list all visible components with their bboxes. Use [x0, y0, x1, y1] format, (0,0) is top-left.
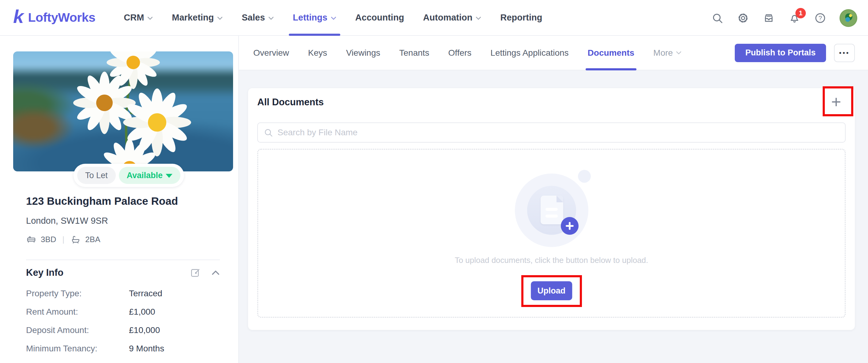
tab-offers[interactable]: Offers [439, 36, 481, 70]
notification-count-badge: 1 [796, 8, 806, 19]
collapse-chevron-up-icon[interactable] [211, 270, 220, 275]
add-plus-icon [561, 217, 579, 235]
brand-name: LoftyWorks [28, 10, 95, 25]
app-window: k LoftyWorks CRM Marketing Sales Letting… [0, 0, 868, 363]
nav-item-automation[interactable]: Automation [413, 0, 491, 35]
nav-item-accounting[interactable]: Accounting [346, 0, 414, 35]
all-documents-card: All Documents + To upload documents, cli… [248, 88, 855, 330]
tab-tenants[interactable]: Tenants [390, 36, 439, 70]
empty-documents-illustration [515, 173, 588, 247]
chevron-down-icon [676, 51, 681, 55]
search-icon[interactable] [711, 12, 724, 25]
property-meta: 3BD | 2BA [26, 234, 100, 244]
empty-state-message: To upload documents, click the button be… [258, 256, 845, 265]
main-nav: CRM Marketing Sales Lettings Accounting … [114, 0, 552, 35]
documents-section-title: All Documents [257, 97, 324, 108]
key-info-row: Rent Amount: £1,000 [26, 307, 220, 317]
nav-item-sales[interactable]: Sales [232, 0, 283, 35]
nav-item-reporting[interactable]: Reporting [491, 0, 552, 35]
svg-text:?: ? [818, 15, 822, 22]
search-icon [264, 128, 273, 137]
user-avatar[interactable] [839, 9, 857, 27]
bath-icon [70, 234, 81, 244]
brand-logo-icon: k [13, 7, 24, 26]
help-icon[interactable]: ? [814, 12, 827, 25]
nav-item-lettings[interactable]: Lettings [283, 0, 346, 35]
chevron-down-icon [217, 16, 223, 20]
tab-keys[interactable]: Keys [299, 36, 337, 70]
key-info-row: Minimum Tenancy: 9 Months [26, 344, 220, 354]
tab-actions: Publish to Portals ••• [735, 36, 855, 70]
status-badges: To Let Available [73, 164, 184, 187]
daisies-illustration [13, 52, 233, 171]
property-address: 123 Buckingham Palace Road [26, 195, 178, 207]
baths-count: 2BA [85, 235, 100, 244]
key-info-header: Key Info [26, 267, 220, 278]
chevron-down-icon [147, 16, 153, 20]
chevron-down-icon [331, 16, 336, 20]
tab-viewings[interactable]: Viewings [337, 36, 390, 70]
nav-item-crm[interactable]: CRM [114, 0, 162, 35]
notifications-bell-icon[interactable]: 1 [788, 12, 801, 25]
publish-to-portals-button[interactable]: Publish to Portals [735, 44, 826, 62]
documents-dropzone[interactable]: To upload documents, click the button be… [257, 149, 846, 318]
property-sidebar: To Let Available 123 Buckingham Palace R… [0, 36, 239, 363]
more-actions-button[interactable]: ••• [834, 44, 855, 62]
top-navbar: k LoftyWorks CRM Marketing Sales Letting… [0, 0, 868, 36]
chevron-down-icon [476, 16, 481, 20]
edit-icon[interactable] [190, 267, 201, 278]
upload-button[interactable]: Upload [531, 281, 572, 300]
tab-documents[interactable]: Documents [578, 36, 644, 70]
beds-count: 3BD [41, 235, 56, 244]
document-search [257, 123, 846, 143]
tab-lettings-applications[interactable]: Lettings Applications [481, 36, 578, 70]
availability-status-dropdown[interactable]: Available [119, 167, 181, 184]
tab-more[interactable]: More [644, 36, 691, 70]
bed-icon [26, 234, 36, 244]
tab-overview[interactable]: Overview [244, 36, 299, 70]
property-tabs-bar: Overview Keys Viewings Tenants Offers Le… [239, 36, 868, 70]
key-info-row: Deposit Amount: £10,000 [26, 325, 220, 335]
nav-item-marketing[interactable]: Marketing [162, 0, 232, 35]
key-info-title: Key Info [26, 267, 63, 278]
tab-list: Overview Keys Viewings Tenants Offers Le… [244, 36, 691, 70]
chevron-down-icon [166, 174, 173, 178]
market-status-badge: To Let [77, 167, 116, 184]
brand-logo[interactable]: k LoftyWorks [13, 8, 95, 27]
chevron-down-icon [268, 16, 274, 20]
decorative-dot [578, 170, 591, 183]
property-photo[interactable] [13, 52, 233, 171]
property-city-postcode: London, SW1W 9SR [26, 216, 108, 226]
add-document-button[interactable]: + [828, 93, 844, 111]
inbox-tray-icon[interactable] [762, 12, 775, 25]
document-icon [540, 196, 563, 224]
search-by-file-name-input[interactable] [278, 128, 839, 137]
settings-gear-icon[interactable] [737, 12, 749, 25]
divider [26, 260, 220, 260]
navbar-utilities: 1 ? [711, 0, 857, 36]
key-info-row: Property Type: Terraced [26, 289, 220, 298]
